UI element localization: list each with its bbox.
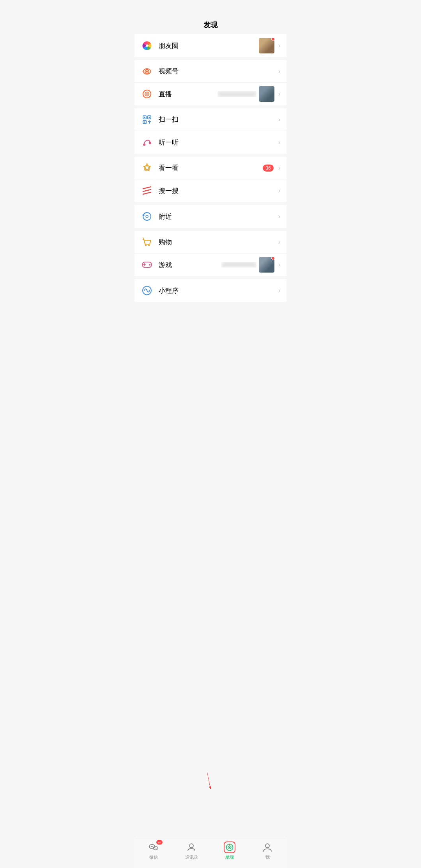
svg-point-23	[148, 244, 150, 246]
status-bar	[134, 0, 287, 17]
list-section-7: 小程序 ›	[134, 279, 287, 302]
shopping-chevron: ›	[278, 239, 280, 246]
listen-icon	[141, 136, 153, 149]
searchfeature-icon	[141, 184, 153, 197]
scan-right: ›	[277, 116, 280, 123]
svg-line-16	[143, 187, 151, 189]
searchfeature-chevron: ›	[278, 187, 280, 194]
list-section-4: 看一看 36 › 搜一搜 ›	[134, 157, 287, 202]
games-chevron: ›	[278, 261, 280, 268]
moments-dot	[271, 38, 274, 41]
svg-point-13	[143, 143, 145, 146]
svg-point-14	[149, 142, 151, 144]
games-label: 游戏	[159, 260, 221, 269]
listen-chevron: ›	[278, 139, 280, 146]
games-dot	[271, 257, 274, 260]
channels-icon	[141, 65, 153, 78]
topstories-right: ›	[277, 165, 280, 172]
svg-point-21	[143, 214, 145, 216]
live-preview	[259, 86, 274, 102]
list-section-6: 购物 › 游戏 ›	[134, 231, 287, 276]
searchfeature-right: ›	[277, 187, 280, 194]
svg-point-22	[145, 244, 147, 246]
moments-preview	[259, 38, 274, 53]
shopping-icon	[141, 236, 153, 248]
svg-rect-8	[144, 117, 145, 118]
miniapp-icon	[141, 284, 153, 297]
nearby-label: 附近	[159, 212, 277, 221]
moments-chevron: ›	[278, 42, 280, 49]
channels-chevron: ›	[278, 68, 280, 75]
scan-label: 扫一扫	[159, 115, 277, 124]
list-item-shopping[interactable]: 购物 ›	[134, 231, 287, 253]
scan-icon	[141, 113, 153, 126]
list-item-searchfeature[interactable]: 搜一搜 ›	[134, 179, 287, 202]
svg-point-1	[146, 70, 148, 72]
shopping-right: ›	[277, 239, 280, 246]
list-section-1: 朋友圈 ›	[134, 34, 287, 57]
svg-point-20	[146, 215, 148, 218]
shopping-label: 购物	[159, 237, 277, 246]
moments-right: ›	[259, 38, 280, 53]
live-icon	[141, 88, 153, 100]
list-item-listen[interactable]: 听一听 ›	[134, 131, 287, 154]
games-preview	[259, 257, 274, 273]
miniapp-label: 小程序	[159, 286, 277, 295]
live-blurred-text	[218, 91, 256, 97]
miniapp-chevron: ›	[278, 287, 280, 294]
svg-point-4	[146, 93, 148, 95]
list-section-2: 视频号 › 直播 ›	[134, 60, 287, 105]
list-section-5: 附近 ›	[134, 205, 287, 228]
topstories-badge: 36	[263, 165, 273, 172]
channels-right: ›	[277, 68, 280, 75]
svg-point-15	[144, 165, 150, 171]
list-item-miniapp[interactable]: 小程序 ›	[134, 279, 287, 302]
page-title-bar: 发现	[134, 17, 287, 34]
channels-label: 视频号	[159, 67, 277, 76]
list-item-games[interactable]: 游戏 ›	[134, 253, 287, 276]
listen-label: 听一听	[159, 138, 277, 147]
svg-rect-9	[149, 117, 150, 118]
list-item-channels[interactable]: 视频号 ›	[134, 60, 287, 83]
list-item-scan[interactable]: 扫一扫 ›	[134, 108, 287, 131]
nearby-chevron: ›	[278, 213, 280, 220]
svg-point-0	[146, 44, 148, 47]
topstories-chevron: ›	[278, 165, 280, 172]
listen-right: ›	[277, 139, 280, 146]
topstories-icon	[141, 162, 153, 174]
list-item-moments[interactable]: 朋友圈 ›	[134, 34, 287, 57]
nearby-right: ›	[277, 213, 280, 220]
list-item-live[interactable]: 直播 ›	[134, 83, 287, 105]
games-icon	[141, 259, 153, 271]
svg-rect-10	[144, 121, 145, 122]
svg-line-17	[143, 190, 151, 191]
live-label: 直播	[159, 90, 218, 99]
miniapp-right: ›	[277, 287, 280, 294]
moments-label: 朋友圈	[159, 41, 259, 50]
topstories-label: 看一看	[159, 163, 263, 172]
nearby-icon	[141, 210, 153, 223]
games-blurred-text	[221, 262, 256, 267]
live-chevron: ›	[278, 90, 280, 97]
svg-point-25	[149, 264, 150, 266]
searchfeature-label: 搜一搜	[159, 186, 277, 195]
scan-chevron: ›	[278, 116, 280, 123]
moments-icon	[141, 39, 153, 52]
games-right: ›	[221, 257, 280, 273]
list-item-nearby[interactable]: 附近 ›	[134, 205, 287, 228]
svg-line-18	[143, 192, 151, 194]
list-item-topstories[interactable]: 看一看 36 ›	[134, 157, 287, 179]
live-right: ›	[218, 86, 280, 102]
list-section-3: 扫一扫 › 听一听 ›	[134, 108, 287, 154]
page-title: 发现	[134, 20, 287, 30]
